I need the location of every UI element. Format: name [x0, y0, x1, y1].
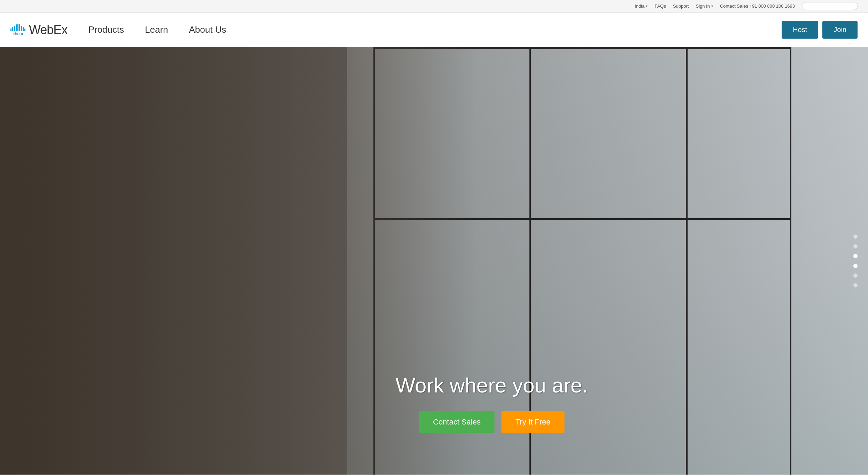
faqs-link[interactable]: FAQs	[654, 3, 666, 9]
main-nav: cisco WebEx Products Learn About Us Host…	[0, 13, 868, 47]
hero-title: Work where you are.	[396, 373, 588, 397]
about-us-nav-link[interactable]: About Us	[189, 21, 226, 39]
contact-sales-button[interactable]: Contact Sales	[419, 411, 495, 433]
top-bar: India FAQs Support Sign In Contact Sales…	[0, 0, 868, 13]
slider-dot-6[interactable]	[853, 283, 858, 287]
bar1	[10, 29, 11, 31]
hero-content: Work where you are. Contact Sales Try It…	[396, 373, 588, 433]
nav-links: Products Learn About Us	[88, 21, 782, 39]
slider-dots	[853, 235, 858, 287]
slider-dot-3[interactable]	[853, 254, 858, 258]
join-button[interactable]: Join	[822, 21, 858, 39]
signin-dropdown[interactable]: Sign In	[696, 3, 713, 9]
cisco-logo: cisco	[10, 24, 25, 36]
nav-actions: Host Join	[782, 21, 858, 39]
bar3	[14, 26, 15, 31]
bar8	[23, 27, 24, 31]
slider-dot-4[interactable]	[853, 264, 858, 268]
bar7	[21, 26, 22, 31]
search-input[interactable]	[802, 2, 858, 10]
slider-dot-1[interactable]	[853, 235, 858, 239]
slider-dot-2[interactable]	[853, 244, 858, 248]
region-selector[interactable]: India	[635, 3, 648, 9]
cisco-bars-icon	[10, 24, 25, 31]
contact-sales-link[interactable]: Contact Sales +91 000 800 100 1693	[720, 3, 795, 9]
bar2	[12, 27, 13, 31]
learn-nav-link[interactable]: Learn	[145, 21, 168, 39]
hero-buttons: Contact Sales Try It Free	[396, 411, 588, 433]
slider-dot-5[interactable]	[853, 273, 858, 278]
bar4	[16, 24, 17, 31]
bar6	[19, 24, 20, 31]
logo-area[interactable]: cisco WebEx	[10, 23, 67, 37]
search-wrapper	[802, 2, 858, 10]
webex-text: WebEx	[29, 23, 67, 37]
bar5	[17, 24, 18, 31]
support-link[interactable]: Support	[673, 3, 689, 9]
bar9	[24, 29, 25, 31]
host-button[interactable]: Host	[782, 21, 818, 39]
products-nav-link[interactable]: Products	[88, 21, 124, 39]
try-free-button[interactable]: Try It Free	[502, 411, 565, 433]
hero-section: Work where you are. Contact Sales Try It…	[0, 47, 868, 475]
cisco-text: cisco	[13, 32, 23, 36]
